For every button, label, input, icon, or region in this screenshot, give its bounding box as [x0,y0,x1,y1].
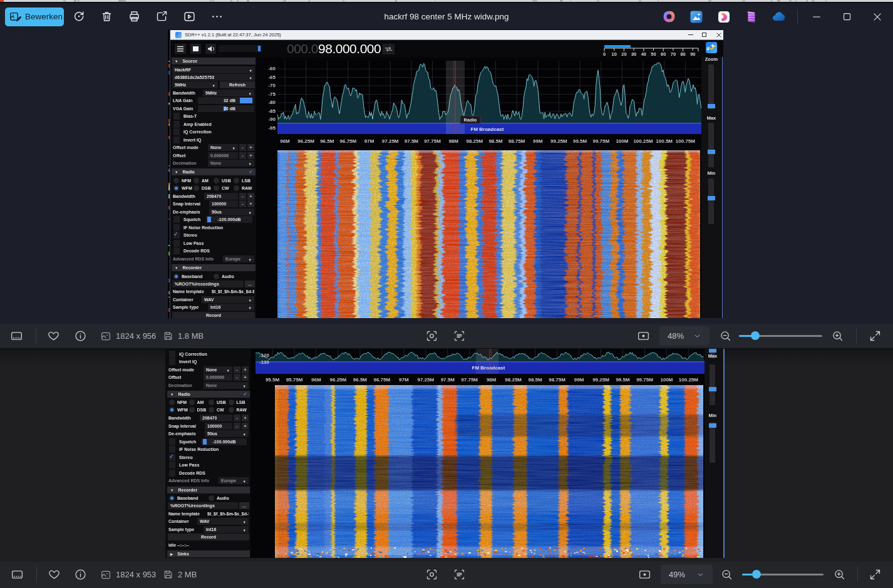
svg-text:40: 40 [641,51,646,56]
svg-text:FM Broadcast: FM Broadcast [472,365,505,371]
svg-text:100.75M: 100.75M [676,138,695,144]
svg-text:10: 10 [612,51,617,56]
svg-text:Radio: Radio [464,117,477,123]
svg-text:100.25M: 100.25M [633,138,653,144]
svg-text:90: 90 [690,51,695,56]
svg-text:98M: 98M [448,138,458,144]
svg-text:99.5M: 99.5M [616,377,630,383]
svg-text:100M: 100M [616,138,628,144]
svg-text:98.75M: 98.75M [549,377,565,383]
svg-text:50: 50 [651,51,656,56]
svg-text:100.25M: 100.25M [679,377,698,383]
svg-text:20: 20 [621,51,626,56]
svg-text:99M: 99M [533,138,543,144]
svg-text:0: 0 [603,51,606,56]
svg-text:98.75M: 98.75M [508,138,525,144]
svg-text:95.5M: 95.5M [266,377,280,383]
svg-text:100M: 100M [660,377,673,383]
svg-text:FM Broadcast: FM Broadcast [471,126,504,132]
svg-text:98.5M: 98.5M [528,377,542,383]
svg-text:99.25M: 99.25M [550,138,567,144]
svg-text:96.75M: 96.75M [373,377,390,383]
svg-text:60: 60 [661,51,666,56]
svg-text:96.25M: 96.25M [330,377,347,383]
svg-text:98M: 98M [487,377,497,383]
svg-text:97.75M: 97.75M [461,377,478,383]
svg-text:98.25M: 98.25M [505,377,522,383]
svg-text:100.5M: 100.5M [656,138,673,144]
svg-text:97M: 97M [399,377,409,383]
svg-text:97M: 97M [364,138,374,144]
svg-text:30: 30 [631,51,636,56]
svg-text:99M: 99M [574,377,584,383]
svg-text:97.25M: 97.25M [382,138,399,144]
svg-text:97.25M: 97.25M [417,377,434,383]
svg-text:96.5M: 96.5M [353,377,368,383]
svg-text:95.75M: 95.75M [286,377,303,383]
svg-text:99.75M: 99.75M [636,377,653,383]
svg-text:99.25M: 99.25M [592,377,609,383]
svg-text:98.25M: 98.25M [466,138,483,144]
svg-text:97.75M: 97.75M [424,138,441,144]
svg-text:96.25M: 96.25M [297,138,314,144]
svg-text:99.75M: 99.75M [592,138,609,144]
svg-text:98.5M: 98.5M [488,138,503,144]
svg-text:96M: 96M [280,138,290,144]
svg-text:70: 70 [671,51,676,56]
svg-text:96.5M: 96.5M [320,138,334,144]
svg-text:96M: 96M [311,377,321,383]
svg-text:99.5M: 99.5M [573,138,587,144]
svg-text:97.5M: 97.5M [441,377,455,383]
svg-text:80: 80 [680,51,685,56]
svg-text:97.5M: 97.5M [405,138,419,144]
svg-text:96.75M: 96.75M [340,138,357,144]
